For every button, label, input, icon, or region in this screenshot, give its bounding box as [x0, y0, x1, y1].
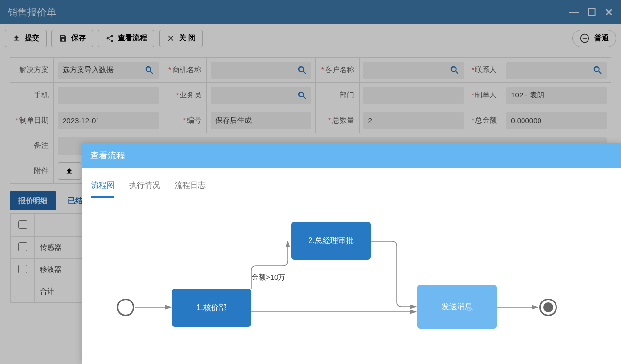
flow-modal: 查看流程 流程图 执行情况 流程日志 1.核价部 2.总经理审批 发送消息 — [82, 143, 621, 364]
modal-title: 查看流程 — [82, 143, 621, 168]
modal-tab-log[interactable]: 流程日志 — [175, 176, 206, 198]
flow-edge-label: 金额>10万 — [251, 273, 285, 282]
flow-start — [117, 299, 134, 316]
modal-tab-diagram[interactable]: 流程图 — [91, 176, 114, 198]
modal-tab-exec[interactable]: 执行情况 — [129, 176, 160, 198]
flow-node-1[interactable]: 1.核价部 — [172, 289, 251, 327]
flow-node-2[interactable]: 2.总经理审批 — [291, 222, 371, 260]
flow-node-3[interactable]: 发送消息 — [417, 285, 497, 329]
flow-canvas: 1.核价部 2.总经理审批 发送消息 金额>10万 — [82, 203, 621, 348]
flow-end — [539, 299, 557, 316]
modal-tabs: 流程图 执行情况 流程日志 — [82, 168, 621, 198]
